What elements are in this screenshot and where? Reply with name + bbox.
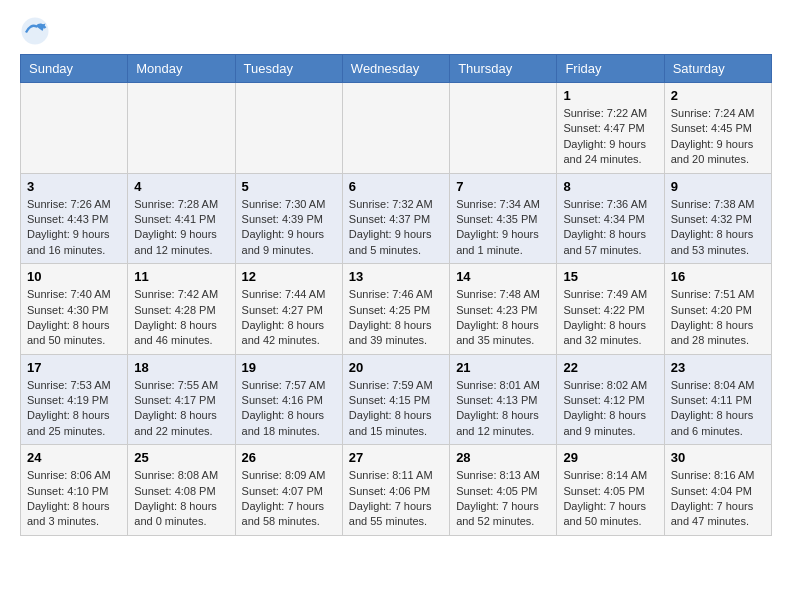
calendar-cell: 2Sunrise: 7:24 AM Sunset: 4:45 PM Daylig… [664,83,771,174]
day-info: Sunrise: 7:46 AM Sunset: 4:25 PM Dayligh… [349,287,443,349]
day-number: 4 [134,179,228,194]
calendar-cell: 24Sunrise: 8:06 AM Sunset: 4:10 PM Dayli… [21,445,128,536]
calendar-cell: 15Sunrise: 7:49 AM Sunset: 4:22 PM Dayli… [557,264,664,355]
calendar-cell: 9Sunrise: 7:38 AM Sunset: 4:32 PM Daylig… [664,173,771,264]
calendar-cell: 1Sunrise: 7:22 AM Sunset: 4:47 PM Daylig… [557,83,664,174]
calendar-cell [235,83,342,174]
day-number: 30 [671,450,765,465]
day-info: Sunrise: 7:22 AM Sunset: 4:47 PM Dayligh… [563,106,657,168]
day-number: 28 [456,450,550,465]
day-info: Sunrise: 8:06 AM Sunset: 4:10 PM Dayligh… [27,468,121,530]
day-number: 20 [349,360,443,375]
day-number: 17 [27,360,121,375]
day-info: Sunrise: 7:30 AM Sunset: 4:39 PM Dayligh… [242,197,336,259]
day-number: 25 [134,450,228,465]
calendar-cell: 17Sunrise: 7:53 AM Sunset: 4:19 PM Dayli… [21,354,128,445]
calendar-cell: 8Sunrise: 7:36 AM Sunset: 4:34 PM Daylig… [557,173,664,264]
day-info: Sunrise: 7:59 AM Sunset: 4:15 PM Dayligh… [349,378,443,440]
day-info: Sunrise: 7:24 AM Sunset: 4:45 PM Dayligh… [671,106,765,168]
calendar-cell: 18Sunrise: 7:55 AM Sunset: 4:17 PM Dayli… [128,354,235,445]
calendar-cell [128,83,235,174]
day-info: Sunrise: 7:28 AM Sunset: 4:41 PM Dayligh… [134,197,228,259]
calendar-week-1: 1Sunrise: 7:22 AM Sunset: 4:47 PM Daylig… [21,83,772,174]
day-info: Sunrise: 7:48 AM Sunset: 4:23 PM Dayligh… [456,287,550,349]
calendar-week-4: 17Sunrise: 7:53 AM Sunset: 4:19 PM Dayli… [21,354,772,445]
calendar-cell: 30Sunrise: 8:16 AM Sunset: 4:04 PM Dayli… [664,445,771,536]
calendar-cell: 6Sunrise: 7:32 AM Sunset: 4:37 PM Daylig… [342,173,449,264]
calendar-cell: 29Sunrise: 8:14 AM Sunset: 4:05 PM Dayli… [557,445,664,536]
day-info: Sunrise: 7:53 AM Sunset: 4:19 PM Dayligh… [27,378,121,440]
day-info: Sunrise: 7:36 AM Sunset: 4:34 PM Dayligh… [563,197,657,259]
calendar-cell: 11Sunrise: 7:42 AM Sunset: 4:28 PM Dayli… [128,264,235,355]
calendar-cell: 12Sunrise: 7:44 AM Sunset: 4:27 PM Dayli… [235,264,342,355]
day-number: 14 [456,269,550,284]
day-info: Sunrise: 8:09 AM Sunset: 4:07 PM Dayligh… [242,468,336,530]
calendar-cell: 20Sunrise: 7:59 AM Sunset: 4:15 PM Dayli… [342,354,449,445]
calendar-cell: 4Sunrise: 7:28 AM Sunset: 4:41 PM Daylig… [128,173,235,264]
day-info: Sunrise: 8:04 AM Sunset: 4:11 PM Dayligh… [671,378,765,440]
day-info: Sunrise: 8:02 AM Sunset: 4:12 PM Dayligh… [563,378,657,440]
day-info: Sunrise: 8:13 AM Sunset: 4:05 PM Dayligh… [456,468,550,530]
day-number: 2 [671,88,765,103]
header [20,16,772,46]
day-info: Sunrise: 7:51 AM Sunset: 4:20 PM Dayligh… [671,287,765,349]
day-info: Sunrise: 8:14 AM Sunset: 4:05 PM Dayligh… [563,468,657,530]
calendar-table: SundayMondayTuesdayWednesdayThursdayFrid… [20,54,772,536]
day-info: Sunrise: 7:44 AM Sunset: 4:27 PM Dayligh… [242,287,336,349]
calendar-cell: 10Sunrise: 7:40 AM Sunset: 4:30 PM Dayli… [21,264,128,355]
calendar-cell [21,83,128,174]
day-number: 23 [671,360,765,375]
day-info: Sunrise: 7:38 AM Sunset: 4:32 PM Dayligh… [671,197,765,259]
day-header-tuesday: Tuesday [235,55,342,83]
calendar-header-row: SundayMondayTuesdayWednesdayThursdayFrid… [21,55,772,83]
day-number: 13 [349,269,443,284]
day-number: 12 [242,269,336,284]
day-number: 8 [563,179,657,194]
logo-icon [20,16,50,46]
calendar-cell: 25Sunrise: 8:08 AM Sunset: 4:08 PM Dayli… [128,445,235,536]
day-number: 27 [349,450,443,465]
page-container: SundayMondayTuesdayWednesdayThursdayFrid… [0,0,792,552]
day-header-wednesday: Wednesday [342,55,449,83]
day-info: Sunrise: 8:01 AM Sunset: 4:13 PM Dayligh… [456,378,550,440]
day-info: Sunrise: 7:55 AM Sunset: 4:17 PM Dayligh… [134,378,228,440]
calendar-cell: 14Sunrise: 7:48 AM Sunset: 4:23 PM Dayli… [450,264,557,355]
day-number: 6 [349,179,443,194]
day-number: 22 [563,360,657,375]
calendar-week-5: 24Sunrise: 8:06 AM Sunset: 4:10 PM Dayli… [21,445,772,536]
day-header-monday: Monday [128,55,235,83]
calendar-cell: 26Sunrise: 8:09 AM Sunset: 4:07 PM Dayli… [235,445,342,536]
day-number: 9 [671,179,765,194]
calendar-week-2: 3Sunrise: 7:26 AM Sunset: 4:43 PM Daylig… [21,173,772,264]
day-number: 26 [242,450,336,465]
calendar-cell: 5Sunrise: 7:30 AM Sunset: 4:39 PM Daylig… [235,173,342,264]
calendar-cell: 21Sunrise: 8:01 AM Sunset: 4:13 PM Dayli… [450,354,557,445]
calendar-week-3: 10Sunrise: 7:40 AM Sunset: 4:30 PM Dayli… [21,264,772,355]
day-info: Sunrise: 7:42 AM Sunset: 4:28 PM Dayligh… [134,287,228,349]
day-info: Sunrise: 8:08 AM Sunset: 4:08 PM Dayligh… [134,468,228,530]
calendar-cell: 13Sunrise: 7:46 AM Sunset: 4:25 PM Dayli… [342,264,449,355]
day-number: 5 [242,179,336,194]
logo [20,16,52,46]
calendar-cell [342,83,449,174]
day-info: Sunrise: 8:11 AM Sunset: 4:06 PM Dayligh… [349,468,443,530]
day-number: 16 [671,269,765,284]
day-info: Sunrise: 7:34 AM Sunset: 4:35 PM Dayligh… [456,197,550,259]
day-number: 18 [134,360,228,375]
day-info: Sunrise: 7:49 AM Sunset: 4:22 PM Dayligh… [563,287,657,349]
day-number: 7 [456,179,550,194]
day-info: Sunrise: 8:16 AM Sunset: 4:04 PM Dayligh… [671,468,765,530]
day-number: 24 [27,450,121,465]
day-header-saturday: Saturday [664,55,771,83]
day-number: 11 [134,269,228,284]
day-number: 10 [27,269,121,284]
day-header-sunday: Sunday [21,55,128,83]
calendar-cell [450,83,557,174]
calendar-cell: 16Sunrise: 7:51 AM Sunset: 4:20 PM Dayli… [664,264,771,355]
day-header-thursday: Thursday [450,55,557,83]
day-info: Sunrise: 7:40 AM Sunset: 4:30 PM Dayligh… [27,287,121,349]
calendar-cell: 27Sunrise: 8:11 AM Sunset: 4:06 PM Dayli… [342,445,449,536]
day-number: 19 [242,360,336,375]
day-info: Sunrise: 7:57 AM Sunset: 4:16 PM Dayligh… [242,378,336,440]
day-info: Sunrise: 7:26 AM Sunset: 4:43 PM Dayligh… [27,197,121,259]
